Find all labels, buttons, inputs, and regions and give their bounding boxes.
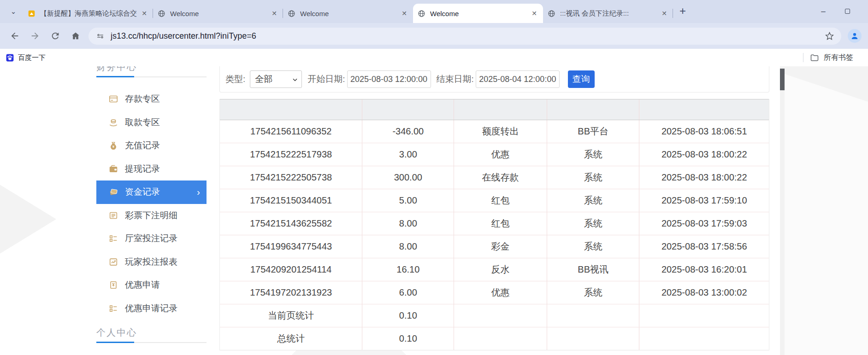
browser-tab[interactable]: 【新提醒】海燕策略论坛综合交 ✕ [23, 4, 153, 23]
cards-icon [108, 187, 118, 197]
sidebar-menu: 存款专区 取款专区 ¥ 充值记录 提现记录 [96, 87, 207, 320]
new-tab-button[interactable]: + [679, 5, 686, 17]
sidebar-item[interactable]: ¥ 充值记录 [96, 134, 207, 157]
table-row: 1754215222517938 3.00 优惠 系统 2025-08-03 1… [220, 143, 769, 166]
cell-time: 2025-08-03 17:59:10 [639, 189, 769, 212]
hand-coin-icon [108, 117, 118, 128]
sidebar-item[interactable]: 厅室投注记录 [96, 227, 207, 250]
browser-tab[interactable]: :::视讯 会员下注纪录::: ✕ [543, 4, 673, 23]
all-bookmarks-button[interactable]: 所有书签 [803, 49, 868, 66]
cell-amount: 3.00 [362, 143, 454, 166]
table-row: 总统计 0.10 [220, 327, 769, 350]
sidebar-item[interactable]: 优惠申请记录 [96, 297, 207, 320]
minimize-button[interactable]: – [818, 7, 828, 16]
sidebar-heading-finance: 财务中心 [96, 66, 207, 73]
home-button[interactable] [68, 28, 83, 44]
ticket-icon [108, 280, 118, 290]
browser-tab[interactable]: Welcome ✕ [153, 4, 283, 23]
sidebar-item-label: 厅室投注记录 [125, 233, 177, 244]
cell-type [454, 327, 547, 350]
end-date-input[interactable]: 2025-08-04 12:00:00 [476, 70, 560, 88]
sidebar-item[interactable]: 彩票下注明细 [96, 204, 207, 227]
decorative-triangle-right [785, 66, 868, 131]
table-row: 1754215150344051 5.00 红包 系统 2025-08-03 1… [220, 189, 769, 212]
bookmark-label: 百度一下 [18, 53, 46, 62]
search-button[interactable]: 查询 [568, 70, 595, 88]
sidebar-item[interactable]: 存款专区 [96, 87, 207, 111]
list-doc-icon [108, 210, 118, 221]
cell-type: 在线存款 [454, 166, 547, 189]
bookmarks-bar: 百度一下 所有书签 [0, 49, 868, 66]
browser-tab[interactable]: Welcome ✕ [413, 4, 543, 23]
table-header-cell [220, 99, 362, 120]
type-label: 类型: [225, 73, 245, 85]
page-scrollbar[interactable] [780, 66, 785, 355]
cell-project [547, 327, 640, 350]
cell-project: 系统 [547, 143, 640, 166]
type-select[interactable]: 全部 [250, 70, 302, 88]
start-date-input[interactable]: 2025-08-03 12:00:00 [347, 70, 431, 88]
type-select-value: 全部 [255, 73, 272, 85]
grid-list-icon [108, 233, 118, 244]
cell-project: 系统 [547, 212, 640, 235]
table-row: 1754215222505738 300.00 在线存款 系统 2025-08-… [220, 166, 769, 189]
forward-arrow-icon [30, 31, 40, 41]
bookmark-star-icon[interactable] [825, 32, 834, 41]
back-button[interactable] [7, 28, 23, 44]
browser-tab[interactable]: Welcome ✕ [283, 4, 413, 23]
browser-window: ⌄ 【新提醒】海燕策略论坛综合交 ✕ Welcome ✕ Welcome ✕ W… [0, 0, 868, 355]
tab-search-button[interactable]: ⌄ [7, 6, 19, 17]
page-right-gutter [785, 66, 868, 355]
chevron-down-icon [292, 76, 298, 83]
sidebar-item[interactable]: 提现记录 [96, 157, 207, 181]
table-row: 当前页统计 0.10 [220, 304, 769, 327]
scrollbar-thumb[interactable] [780, 69, 785, 90]
globe-icon [288, 9, 296, 17]
baidu-paw-icon [6, 53, 14, 62]
cell-project: BB平台 [547, 120, 640, 143]
tab-close-icon[interactable]: ✕ [660, 10, 668, 17]
tab-close-icon[interactable]: ✕ [270, 10, 278, 17]
reload-icon [50, 31, 60, 41]
site-settings-icon [96, 32, 105, 41]
cell-type: 红包 [454, 189, 547, 212]
close-window-button[interactable]: ✕ [866, 7, 868, 17]
reload-button[interactable] [47, 28, 63, 44]
profile-avatar[interactable] [848, 29, 862, 43]
cell-time: 2025-08-03 17:58:56 [639, 235, 769, 258]
cell-order-id: 总统计 [220, 327, 362, 350]
page-content: 财务中心 存款专区 取款专区 ¥ 充值记录 [0, 66, 868, 355]
tab-close-icon[interactable]: ✕ [400, 10, 408, 17]
sidebar-item[interactable]: 资金记录 › [96, 180, 207, 204]
cell-order-id: 1754209201254114 [220, 258, 362, 281]
cell-amount: 0.10 [362, 304, 454, 327]
sidebar-item[interactable]: 取款专区 [96, 111, 207, 134]
sidebar-item[interactable]: 优惠申请 [96, 274, 207, 297]
cell-type: 反水 [454, 258, 547, 281]
back-arrow-icon [10, 31, 20, 41]
chevron-down-icon: ⌄ [11, 7, 17, 16]
cell-order-id: 1754199634775443 [220, 235, 362, 258]
cell-project: BB视讯 [547, 258, 640, 281]
bookmark-baidu[interactable]: 百度一下 [6, 53, 46, 62]
cell-order-id: 1754197202131923 [220, 281, 362, 304]
sidebar-item-label: 玩家投注报表 [125, 256, 177, 268]
table-row: 1754215611096352 -346.00 额度转出 BB平台 2025-… [220, 120, 769, 143]
cell-amount: -346.00 [362, 120, 454, 143]
chevron-right-icon: › [197, 186, 200, 198]
tab-title: :::视讯 会员下注纪录::: [560, 9, 660, 18]
maximize-restore-button[interactable] [842, 7, 852, 16]
url-bar[interactable]: js13.cc/hhcp/usercenter.html?iniType=6 [89, 28, 841, 45]
sidebar-heading-personal: 个人中心 [96, 326, 207, 339]
chart-doc-icon [108, 257, 118, 267]
sidebar-item-label: 存款专区 [125, 93, 160, 105]
table-row: 1754209201254114 16.10 反水 BB视讯 2025-08-0… [220, 258, 769, 281]
sidebar-item[interactable]: 玩家投注报表 [96, 250, 207, 274]
tab-close-icon[interactable]: ✕ [530, 10, 538, 17]
cell-amount: 16.10 [362, 258, 454, 281]
table-row: 1754199634775443 8.00 彩金 系统 2025-08-03 1… [220, 235, 769, 258]
table-header-cell [362, 99, 454, 120]
cell-amount: 8.00 [362, 212, 454, 235]
tab-close-icon[interactable]: ✕ [140, 10, 148, 17]
forward-button[interactable] [27, 28, 43, 44]
